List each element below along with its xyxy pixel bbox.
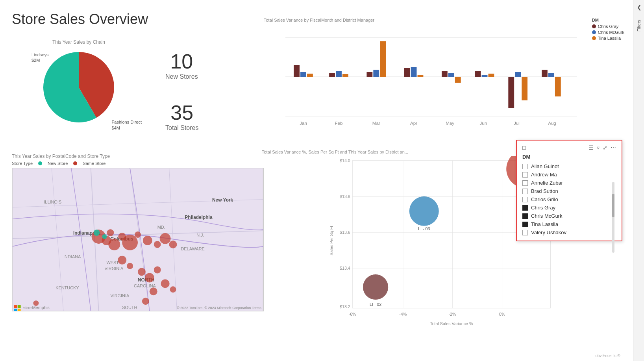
svg-text:Mar: Mar xyxy=(372,121,380,126)
checkbox-andrewma[interactable] xyxy=(522,172,528,178)
filter-item-chrismcgurk[interactable]: Chris McGurk xyxy=(522,212,616,220)
svg-text:-2%: -2% xyxy=(449,312,457,317)
map-legend: Store Type New Store Same Store xyxy=(12,161,264,166)
svg-rect-92 xyxy=(18,305,21,308)
filter-expand-icon[interactable]: ⤢ xyxy=(603,144,607,151)
svg-text:Apr: Apr xyxy=(410,121,417,126)
svg-text:$14.0: $14.0 xyxy=(340,158,350,163)
svg-text:VIRGINIA: VIRGINIA xyxy=(110,293,130,298)
svg-text:Jul: Jul xyxy=(514,121,520,126)
filter-label-valeryushakov: Valery Ushakov xyxy=(531,230,566,235)
checkbox-carlosgrilo[interactable] xyxy=(522,197,528,202)
svg-text:Jan: Jan xyxy=(300,121,307,126)
checkbox-tinalassila[interactable] xyxy=(522,222,528,227)
svg-rect-23 xyxy=(489,74,494,77)
svg-point-72 xyxy=(122,235,138,250)
same-store-dot xyxy=(73,161,77,165)
filter-label-anneliezubar: Annelie Zubar xyxy=(531,180,563,186)
filter-item-andrewma[interactable]: Andrew Ma xyxy=(522,170,616,179)
page-title: Store Sales Overview xyxy=(12,11,148,28)
svg-point-82 xyxy=(154,267,161,274)
svg-rect-18 xyxy=(442,71,448,77)
filter-label-chrisgray: Chris Gray xyxy=(531,205,555,211)
svg-text:SOUTH: SOUTH xyxy=(122,305,137,310)
svg-point-77 xyxy=(169,241,177,248)
svg-text:N.J.: N.J. xyxy=(196,233,204,237)
filter-scrollbar-thumb[interactable] xyxy=(612,194,614,217)
filter-menu-icon[interactable]: ☰ xyxy=(588,144,594,151)
filter-item-allanguinot[interactable]: Allan Guinot xyxy=(522,162,616,170)
svg-rect-29 xyxy=(555,77,561,96)
svg-rect-27 xyxy=(542,70,548,77)
svg-rect-9 xyxy=(329,73,335,77)
filter-item-bradsutton[interactable]: Brad Sutton xyxy=(522,187,616,195)
pie-label-lindseys: Lindseys $2M xyxy=(31,52,48,63)
svg-rect-20 xyxy=(455,77,461,83)
svg-rect-17 xyxy=(418,75,424,77)
map-background[interactable]: ILLINOIS Indianapolis INDIANA Columbus W… xyxy=(12,168,264,311)
filter-funnel-icon[interactable]: ▿ xyxy=(597,144,600,151)
filter-label-carlosgrilo: Carlos Grilo xyxy=(531,196,558,202)
svg-point-74 xyxy=(143,236,152,245)
checkbox-chrismcgurk[interactable] xyxy=(522,213,528,219)
filter-scrollbar[interactable] xyxy=(612,182,614,253)
filter-label-bradsutton: Brad Sutton xyxy=(531,188,558,194)
svg-rect-19 xyxy=(448,73,454,77)
svg-text:CAROLINA: CAROLINA xyxy=(120,311,142,311)
svg-rect-15 xyxy=(404,68,410,77)
filter-label-chrismcgurk: Chris McGurk xyxy=(531,213,562,219)
filter-item-carlosgrilo[interactable]: Carlos Grilo xyxy=(522,195,616,204)
svg-point-79 xyxy=(127,263,133,269)
map-section: This Year Sales by PostalCode and Store … xyxy=(12,154,264,315)
svg-text:Sales Per Sq Ft: Sales Per Sq Ft xyxy=(329,226,334,255)
filter-more-icon[interactable]: ⋯ xyxy=(611,144,616,151)
checkbox-bradsutton[interactable] xyxy=(522,189,528,194)
filter-popup-expand-icon[interactable]: □ xyxy=(522,144,526,151)
attribution: obviEnce llc ® xyxy=(595,354,620,358)
filter-popup-title: DM xyxy=(522,154,616,160)
svg-point-70 xyxy=(108,239,120,250)
filter-popup: □ ☰ ▿ ⤢ ⋯ DM Allan Guinot Andrew Ma xyxy=(516,140,622,241)
svg-text:$13.6: $13.6 xyxy=(340,230,350,235)
new-store-dot xyxy=(38,161,42,165)
total-stores-label: Total Stores xyxy=(165,124,198,131)
svg-text:KENTUCKY: KENTUCKY xyxy=(56,285,79,290)
store-type-label: Store Type xyxy=(12,161,33,166)
filters-label[interactable]: Filters xyxy=(637,20,641,31)
checkbox-anneliezubar[interactable] xyxy=(522,180,528,186)
filter-popup-header: □ ☰ ▿ ⤢ ⋯ xyxy=(522,144,616,151)
filter-label-andrewma: Andrew Ma xyxy=(531,172,557,178)
svg-text:May: May xyxy=(446,121,454,126)
checkbox-allanguinot[interactable] xyxy=(522,164,528,169)
svg-point-73 xyxy=(135,231,141,238)
pie-title: This Year Sales by Chain xyxy=(12,39,146,45)
filter-item-valeryushakov[interactable]: Valery Ushakov xyxy=(522,228,616,237)
stores-total-section: 35 Total Stores xyxy=(165,102,198,131)
filter-label-tinalassila: Tina Lassila xyxy=(531,221,558,227)
checkbox-chrisgray[interactable] xyxy=(522,205,528,211)
new-stores-label: New Stores xyxy=(165,73,198,80)
checkbox-valeryushakov[interactable] xyxy=(522,230,528,235)
filters-collapse-arrow[interactable]: ❮ xyxy=(637,4,642,10)
svg-point-90 xyxy=(102,234,107,239)
new-stores-count: 10 xyxy=(165,51,198,72)
svg-rect-91 xyxy=(14,305,17,308)
stores-new-section: 10 New Stores xyxy=(165,51,198,80)
filter-item-chrisgray[interactable]: Chris Gray xyxy=(522,204,616,212)
pie-chart[interactable]: Lindseys $2M Fashions Direct $4M xyxy=(35,48,122,135)
filter-item-tinalassila[interactable]: Tina Lassila xyxy=(522,220,616,228)
svg-point-75 xyxy=(154,241,161,248)
svg-text:MD.: MD. xyxy=(157,225,165,230)
svg-point-80 xyxy=(138,268,146,276)
svg-rect-38 xyxy=(13,168,263,311)
svg-rect-94 xyxy=(18,309,21,311)
svg-point-86 xyxy=(142,298,149,305)
filters-panel: ❮ Filters xyxy=(633,0,644,361)
svg-text:INDIANA: INDIANA xyxy=(63,254,81,259)
map-attribution: © 2022 TomTom, © 2023 Microsoft Corporat… xyxy=(177,306,261,310)
svg-text:WEST: WEST xyxy=(106,260,119,265)
svg-point-121 xyxy=(363,274,388,300)
total-stores-count: 35 xyxy=(165,102,198,123)
filter-item-anneliezubar[interactable]: Annelie Zubar xyxy=(522,179,616,187)
bar-chart-area[interactable]: $0.2M $0.0M ($0.2M) xyxy=(264,26,624,128)
